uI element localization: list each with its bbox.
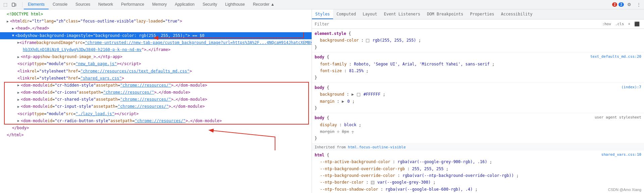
dom-line-script-lazy[interactable]: <script type="module" src="./lazy_load.j… bbox=[0, 110, 312, 117]
warning-badge: 2 bbox=[619, 2, 624, 7]
error-badge: 2 bbox=[612, 2, 618, 7]
css-rule-element-style: element.style { background-color : rgb(2… bbox=[312, 29, 644, 52]
dom-line-iframe[interactable]: ▶ <iframe backgroundImage" src="chrome-u… bbox=[0, 39, 312, 46]
expand-cr-input[interactable]: ▶ bbox=[17, 104, 21, 109]
dom-line-script-newtab[interactable]: <script type="module" src="new_tab_page.… bbox=[0, 60, 312, 67]
dom-line-doctype: <!DOCTYPE html> bbox=[0, 11, 312, 18]
svg-rect-1 bbox=[15, 4, 16, 6]
tab-elements[interactable]: Elements bbox=[24, 0, 49, 9]
expand-body[interactable]: ▼ bbox=[12, 33, 15, 38]
svg-rect-0 bbox=[12, 3, 15, 6]
main-area: <!DOCTYPE html> ▶ <html dir="ltr" lang="… bbox=[0, 9, 644, 193]
dom-modules-group: ▶ <dom-module id="cr-hidden-style" asset… bbox=[0, 82, 312, 125]
filter-hov-button[interactable]: :hov bbox=[600, 21, 613, 27]
tab-security[interactable]: Security bbox=[199, 0, 221, 9]
dom-line-body[interactable]: ▼ <body show-background-image style="bac… bbox=[0, 32, 312, 39]
style-tab-dom-breakpoints[interactable]: DOM Breakpoints bbox=[424, 9, 467, 19]
expand-cr-radio[interactable]: ▶ bbox=[17, 118, 21, 124]
filter-input[interactable] bbox=[315, 22, 598, 27]
tab-lighthouse[interactable]: Lighthouse bbox=[221, 0, 249, 9]
dom-line-iframe-cont[interactable]: hb3XhdLnD1BiNz0_LVydwg%3Dw3840-h2160-p-k… bbox=[0, 46, 312, 53]
css-rule-props-2: font-family : Roboto, 'Segoe UI', Arial,… bbox=[315, 61, 641, 75]
expand-cr-hidden[interactable]: ▶ bbox=[17, 83, 21, 88]
color-swatch-white[interactable] bbox=[366, 39, 369, 42]
dom-line-close-body: </body> bbox=[0, 125, 312, 132]
css-rule-body-index: (index):7 body { background : ▶ #FFFFFF … bbox=[312, 83, 644, 113]
dom-line-close-html: </html> bbox=[0, 132, 312, 139]
color-swatch-background[interactable] bbox=[357, 93, 360, 96]
dom-line-link-text-defaults[interactable]: <link rel="stylesheet" href="chrome://re… bbox=[0, 68, 312, 75]
rule-selector-html[interactable]: html bbox=[315, 153, 324, 157]
tab-memory[interactable]: Memory bbox=[148, 0, 171, 9]
rule-selector-body-2[interactable]: body bbox=[315, 85, 324, 90]
styles-panel: Styles Computed Layout Event Listeners D… bbox=[312, 9, 644, 193]
device-toolbar-icon[interactable] bbox=[10, 1, 18, 9]
rule-source-textdefaults[interactable]: text_defaults_md.css:20 bbox=[590, 54, 641, 60]
tab-application[interactable]: Application bbox=[171, 0, 199, 9]
rule-source-sharedvars[interactable]: shared_vars.css:10 bbox=[601, 152, 641, 158]
filter-panel-button[interactable]: ⬛ bbox=[633, 21, 641, 27]
style-tab-accessibility[interactable]: Accessibility bbox=[498, 9, 536, 19]
more-options-icon[interactable]: ⋮ bbox=[635, 1, 643, 9]
style-tab-styles[interactable]: Styles bbox=[312, 9, 333, 19]
css-rule-props-3: background : ▶ #FFFFFF ; margin : ▶ 0 ; bbox=[315, 91, 641, 105]
styles-panel-tabs: Styles Computed Layout Event Listeners D… bbox=[312, 9, 644, 19]
dom-panel[interactable]: <!DOCTYPE html> ▶ <html dir="ltr" lang="… bbox=[0, 9, 312, 193]
style-tab-event-listeners[interactable]: Event Listeners bbox=[381, 9, 424, 19]
rule-selector-element[interactable]: element.style bbox=[315, 31, 346, 36]
css-rule-props-4: display : block ; margin : 8px ; bbox=[315, 122, 641, 135]
filter-cls-button[interactable]: .cls bbox=[613, 21, 626, 27]
expand-ntp-app[interactable]: ▶ bbox=[17, 54, 21, 60]
dom-module-cr-shared[interactable]: ▶ <dom-module id="cr-shared-style" asset… bbox=[0, 96, 312, 103]
tab-performance[interactable]: Performance bbox=[117, 0, 148, 9]
css-rule-props-1: background-color : rgb(255, 255, 255) ; bbox=[315, 37, 641, 44]
expand-background[interactable]: ▶ bbox=[352, 91, 354, 98]
dom-module-cr-icons[interactable]: ▶ <dom-module id="cr-icons" assetpath="c… bbox=[0, 89, 312, 96]
expand-head[interactable]: ▶ bbox=[12, 26, 15, 31]
expand-cr-shared[interactable]: ▶ bbox=[17, 97, 21, 102]
devtools-toolbar: ⬚ Elements Console Sources Network Perfo… bbox=[0, 0, 644, 9]
css-rule-body-useragent: user agent stylesheet body { display : b… bbox=[312, 113, 644, 144]
css-rule-body-textdefaults: text_defaults_md.css:20 body { font-fami… bbox=[312, 52, 644, 83]
toolbar-right-icons: 2 2 ⚙ ⋮ bbox=[612, 1, 643, 9]
rule-source-useragent: user agent stylesheet bbox=[595, 114, 641, 121]
dom-module-cr-input[interactable]: ▶ <dom-module id="cr-input-style" assetp… bbox=[0, 103, 312, 110]
color-swatch-border[interactable] bbox=[371, 181, 374, 184]
style-tab-properties[interactable]: Properties bbox=[467, 9, 497, 19]
inspect-element-icon[interactable]: ⬚ bbox=[1, 1, 9, 9]
rule-source-index[interactable]: (index):7 bbox=[621, 84, 641, 91]
dom-module-cr-radio[interactable]: ▶ <dom-module id="cr-radio-button-style"… bbox=[0, 117, 312, 125]
inherited-class-link[interactable]: html.focus-outline-visible bbox=[348, 145, 406, 149]
watermark: CSDN @Amo Xiang bbox=[608, 188, 641, 192]
toolbar-icon-group: ⬚ bbox=[1, 1, 18, 9]
devtools-tabs: Elements Console Sources Network Perform… bbox=[24, 0, 612, 9]
filter-buttons: :hov .cls + ⬛ bbox=[600, 21, 641, 27]
expand-html[interactable]: ▶ bbox=[7, 19, 10, 24]
style-tab-computed[interactable]: Computed bbox=[333, 9, 359, 19]
toolbar-separator bbox=[22, 2, 22, 7]
tab-sources[interactable]: Sources bbox=[71, 0, 94, 9]
settings-icon[interactable]: ⚙ bbox=[625, 1, 633, 9]
filter-bar: :hov .cls + ⬛ bbox=[312, 19, 644, 29]
inherited-from-label: Inherited from html.focus-outline-visibl… bbox=[312, 144, 644, 150]
dom-line-html[interactable]: ▶ <html dir="ltr" lang="zh" class="focus… bbox=[0, 18, 312, 25]
tab-console[interactable]: Console bbox=[49, 0, 71, 9]
dom-line-ntp-app[interactable]: ▶ <ntp-app show-background-image_ >…</nt… bbox=[0, 53, 312, 60]
style-tab-layout[interactable]: Layout bbox=[359, 9, 380, 19]
css-rule-props-html: --ntp-active-background-color : rgba(var… bbox=[315, 158, 641, 193]
tab-recorder[interactable]: Recorder ▲ bbox=[249, 0, 279, 9]
expand-cr-icons[interactable]: ▶ bbox=[17, 90, 21, 95]
expand-margin[interactable]: ▶ bbox=[342, 98, 344, 105]
tab-network[interactable]: Network bbox=[94, 0, 117, 9]
filter-add-button[interactable]: + bbox=[626, 21, 632, 27]
dom-module-hidden-style[interactable]: ▶ <dom-module id="cr-hidden-style" asset… bbox=[0, 82, 312, 89]
rule-selector-body-3[interactable]: body bbox=[315, 115, 324, 120]
rule-selector-body-1[interactable]: body bbox=[315, 55, 324, 59]
css-rule-html-sharedvars: shared_vars.css:10 html { --ntp-active-b… bbox=[312, 150, 644, 193]
dom-line-link-shared-vars[interactable]: <link rel="stylesheet" href="shared_vars… bbox=[0, 75, 312, 82]
dom-line-head[interactable]: ▶ <head>…</head> bbox=[0, 25, 312, 32]
